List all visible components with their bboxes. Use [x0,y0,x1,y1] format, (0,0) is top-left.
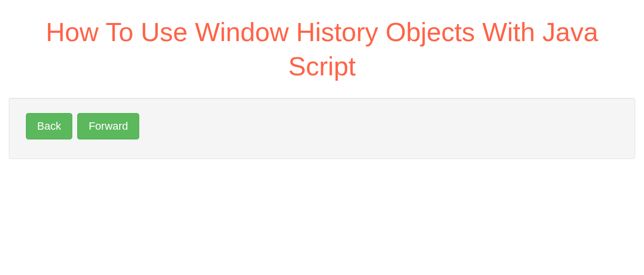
forward-button[interactable]: Forward [77,113,139,139]
back-button[interactable]: Back [26,113,72,139]
page-title: How To Use Window History Objects With J… [9,15,635,83]
button-panel: Back Forward [9,98,635,159]
